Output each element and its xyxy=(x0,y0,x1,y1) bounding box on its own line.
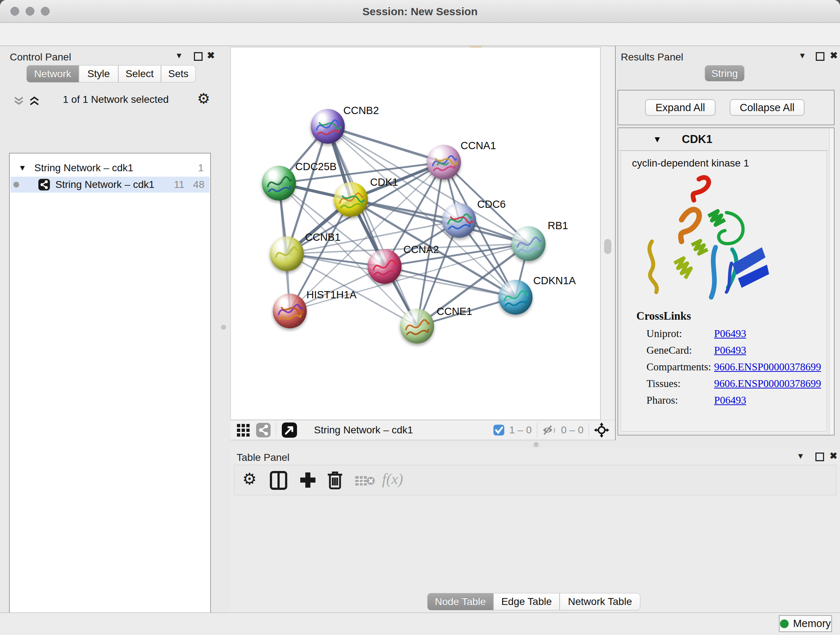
application-window: Session: New Session xyxy=(0,0,840,635)
network-canvas[interactable]: CCNB2CCNA1CDC25BCDK1CDC6RB1CCNB1CCNA2CDK… xyxy=(231,47,600,420)
edge-count: 48 xyxy=(193,179,204,190)
nodes-layer: CCNB2CCNA1CDC25BCDK1CDC6RB1CCNB1CCNA2CDK… xyxy=(231,48,600,420)
memory-button[interactable]: Memory xyxy=(779,615,832,632)
node-label-rb1: RB1 xyxy=(548,220,568,232)
node-details: cyclin-dependent kinase 1 CrossLinks xyxy=(621,150,827,432)
results-panel-title: Results Panel xyxy=(621,51,684,63)
bar-separator xyxy=(589,423,589,437)
node-ccna2[interactable] xyxy=(368,249,401,284)
delete-column-trash-icon[interactable] xyxy=(327,470,343,490)
node-cdkn1a[interactable] xyxy=(499,280,532,315)
crosslink-link[interactable]: 9606.ENSP00000378699 xyxy=(714,361,821,373)
collection-count: 1 xyxy=(198,162,204,174)
traffic-light-close[interactable] xyxy=(11,7,19,16)
node-section-header[interactable]: ▼ CDK1 xyxy=(618,128,829,150)
protein-description: cyclin-dependent kinase 1 xyxy=(632,157,749,169)
panel-close-icon[interactable]: ✖ xyxy=(207,50,215,61)
show-columns-icon[interactable] xyxy=(270,471,287,490)
tab-edge-table[interactable]: Edge Table xyxy=(493,593,560,610)
collapse-all-icon[interactable] xyxy=(13,96,24,106)
vertical-splitter[interactable] xyxy=(217,46,231,613)
crosslink-link[interactable]: P06493 xyxy=(714,328,746,340)
node-ccnb1[interactable] xyxy=(270,236,304,271)
horizontal-splitter[interactable] xyxy=(231,440,840,449)
node-cdk1[interactable] xyxy=(334,182,368,217)
tab-style[interactable]: Style xyxy=(79,65,118,82)
canvas-scrollbar[interactable] xyxy=(600,47,615,420)
tab-node-table[interactable]: Node Table xyxy=(427,593,493,610)
expand-all-button[interactable]: Expand All xyxy=(645,99,715,116)
tab-network-table[interactable]: Network Table xyxy=(560,593,640,610)
protein-structure-thumbnail xyxy=(512,226,546,261)
network-collection-row[interactable]: ▼ String Network – cdk1 1 xyxy=(11,160,210,176)
results-scrollbar[interactable] xyxy=(829,128,834,435)
crosslinks-title: CrossLinks xyxy=(636,310,691,323)
network-row-selected[interactable]: String Network – cdk1 11 48 xyxy=(11,177,210,193)
crosslink-row: Uniprot: xyxy=(646,328,682,340)
collapse-all-button[interactable]: Collapse All xyxy=(729,99,805,116)
protein-structure-thumbnail xyxy=(273,294,307,328)
protein-structure-thumbnail xyxy=(270,236,304,271)
panel-menu-icon[interactable]: ▼ xyxy=(175,51,183,60)
node-cdc6[interactable] xyxy=(442,203,476,238)
results-node-section: ▼ CDK1 cyclin-dependent kinase 1 xyxy=(617,127,835,435)
section-expander-icon[interactable]: ▼ xyxy=(653,134,662,144)
fit-content-crosshair-icon[interactable] xyxy=(594,423,609,438)
tab-sets[interactable]: Sets xyxy=(161,65,196,82)
node-ccna1[interactable] xyxy=(427,145,461,180)
traffic-light-zoom[interactable] xyxy=(41,7,50,16)
node-cdc25b[interactable] xyxy=(262,166,296,201)
crosslink-link[interactable]: 9606.ENSP00000378699 xyxy=(714,378,821,390)
canvas-scrollbar-thumb[interactable] xyxy=(604,239,611,254)
selected-count-badge: 1 – 0 xyxy=(509,424,531,436)
tree-expander-icon[interactable]: ▼ xyxy=(19,163,27,173)
crosslink-link[interactable]: P06493 xyxy=(714,344,746,356)
protein-structure-thumbnail xyxy=(499,280,532,315)
panel-menu-icon[interactable]: ▼ xyxy=(797,451,805,461)
node-rb1[interactable] xyxy=(512,226,546,261)
control-panel: Control Panel ▼ ✖ Network Style Select S… xyxy=(0,46,217,613)
results-actions-box: Expand All Collapse All xyxy=(617,90,835,125)
tab-select[interactable]: Select xyxy=(118,65,161,82)
tab-network[interactable]: Network xyxy=(27,65,79,82)
protein-structure-thumbnail xyxy=(334,182,368,217)
node-hist1h1a[interactable] xyxy=(273,294,307,328)
panel-float-icon[interactable] xyxy=(816,52,824,61)
splitter-handle[interactable] xyxy=(534,442,538,447)
crosslink-row: GeneCard: xyxy=(646,344,692,356)
node-ccnb2[interactable] xyxy=(311,109,345,144)
selected-checkbox-icon[interactable] xyxy=(493,424,505,436)
node-label-cdc25b: CDC25B xyxy=(295,161,336,173)
main-toolbar: ? xyxy=(0,23,840,46)
add-column-plus-icon[interactable] xyxy=(299,471,317,489)
crosslink-row: Compartments: xyxy=(646,361,711,373)
panel-close-icon[interactable]: ✖ xyxy=(829,450,837,462)
collection-label: String Network – cdk1 xyxy=(34,162,134,174)
birdseye-toggle-icon[interactable] xyxy=(281,422,297,438)
network-selection-status: 1 of 1 Network selected xyxy=(54,94,177,105)
table-toolbar: ⚙ f(x) xyxy=(234,465,836,495)
crosslink-link[interactable]: P06493 xyxy=(714,394,746,406)
panel-close-icon[interactable]: ✖ xyxy=(830,50,838,61)
memory-label: Memory xyxy=(793,618,831,630)
hidden-eye-slash-icon xyxy=(542,424,557,436)
crosslink-label: Pharos: xyxy=(646,394,678,406)
node-label-ccna2: CCNA2 xyxy=(403,244,439,256)
panel-float-icon[interactable] xyxy=(194,52,202,61)
title-bar: Session: New Session xyxy=(0,0,840,23)
node-label-cdk1: CDK1 xyxy=(370,176,398,188)
table-settings-gear-icon[interactable]: ⚙ xyxy=(242,470,256,488)
grid-view-icon[interactable] xyxy=(236,423,251,437)
traffic-light-minimize[interactable] xyxy=(26,7,34,16)
network-view-title: String Network – cdk1 xyxy=(314,424,413,436)
gear-icon[interactable]: ⚙ xyxy=(197,90,210,107)
expand-all-icon[interactable] xyxy=(29,96,40,106)
panel-float-icon[interactable] xyxy=(815,453,824,461)
crosslink-row: Tissues: xyxy=(646,378,681,390)
protein-structure-thumbnail xyxy=(262,166,296,201)
splitter-handle[interactable] xyxy=(221,325,226,330)
network-thumbnail-icon[interactable] xyxy=(256,423,271,438)
node-ccne1[interactable] xyxy=(400,309,434,344)
panel-menu-icon[interactable]: ▼ xyxy=(798,51,806,60)
tab-string[interactable]: String xyxy=(705,65,745,81)
